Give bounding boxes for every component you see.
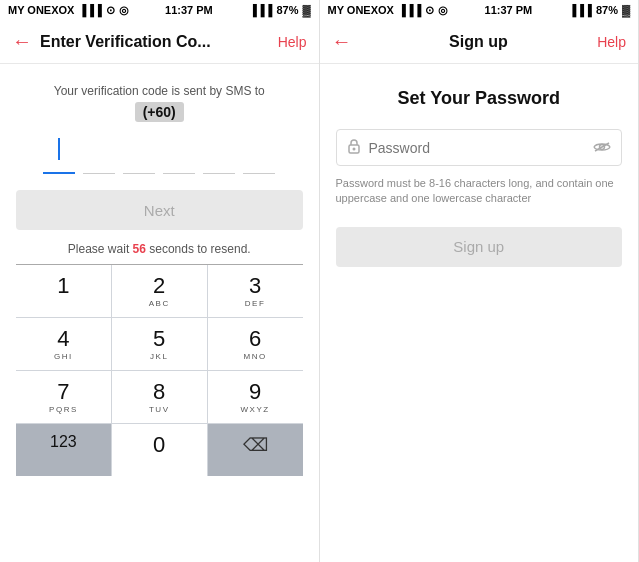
status-left-right: MY ONEXOX ▐▐▐ ⊙ ◎ xyxy=(328,4,449,17)
num-sub-8: TUV xyxy=(149,405,170,415)
num-key-6[interactable]: 6 MNO xyxy=(208,318,303,370)
signal2-icon-right: ▐▐▐ xyxy=(569,4,592,16)
num-sub-5: JKL xyxy=(150,352,168,362)
battery-right: 87% xyxy=(596,4,618,16)
nav-title-right: Sign up xyxy=(360,33,598,51)
num-sub-9: WXYZ xyxy=(241,405,270,415)
nav-bar-left: ← Enter Verification Co... Help xyxy=(0,20,319,64)
numpad: 1 2 ABC 3 DEF 4 GHI 5 JKL 6 MNO xyxy=(16,264,303,476)
cursor xyxy=(58,138,60,160)
nav-bar-right: ← Sign up Help xyxy=(320,20,639,64)
num-main-8: 8 xyxy=(153,381,165,403)
num-sub-2: ABC xyxy=(149,299,170,309)
status-right-right: ▐▐▐ 87% ▓ xyxy=(569,4,630,16)
verify-content: Your verification code is sent by SMS to… xyxy=(0,64,319,562)
num-main-2: 2 xyxy=(153,275,165,297)
code-input-row xyxy=(16,138,303,174)
gps-icon-right: ◎ xyxy=(438,4,448,17)
code-box-5[interactable] xyxy=(203,138,235,174)
code-box-6[interactable] xyxy=(243,138,275,174)
set-password-title: Set Your Password xyxy=(398,88,560,109)
signup-panel: MY ONEXOX ▐▐▐ ⊙ ◎ 11:37 PM ▐▐▐ 87% ▓ ← S… xyxy=(320,0,640,562)
num-main-6: 6 xyxy=(249,328,261,350)
password-field[interactable] xyxy=(336,129,623,166)
num-main-4: 4 xyxy=(57,328,69,350)
num-sub-3: DEF xyxy=(245,299,266,309)
battery-left: 87% xyxy=(276,4,298,16)
resend-count: 56 xyxy=(133,242,146,256)
num-key-3[interactable]: 3 DEF xyxy=(208,265,303,317)
code-box-4[interactable] xyxy=(163,138,195,174)
status-bar-left: MY ONEXOX ▐▐▐ ⊙ ◎ 11:37 PM ▐▐▐ 87% ▓ xyxy=(0,0,319,20)
backspace-button[interactable]: ⌫ xyxy=(208,424,303,476)
wifi-icon: ⊙ xyxy=(106,4,115,17)
resend-text: Please wait 56 seconds to resend. xyxy=(68,242,251,256)
carrier-right: MY ONEXOX xyxy=(328,4,394,16)
next-button[interactable]: Next xyxy=(16,190,303,230)
eye-icon[interactable] xyxy=(593,140,611,156)
lock-icon xyxy=(347,138,361,157)
num-key-9[interactable]: 9 WXYZ xyxy=(208,371,303,423)
battery-icon-right: ▓ xyxy=(622,4,630,16)
status-bar-right: MY ONEXOX ▐▐▐ ⊙ ◎ 11:37 PM ▐▐▐ 87% ▓ xyxy=(320,0,639,20)
status-right-left: ▐▐▐ 87% ▓ xyxy=(249,4,310,16)
password-hint: Password must be 8-16 characters long, a… xyxy=(336,176,623,207)
status-left: MY ONEXOX ▐▐▐ ⊙ ◎ xyxy=(8,4,129,17)
sms-instruction: Your verification code is sent by SMS to xyxy=(54,84,265,98)
num-main-7: 7 xyxy=(57,381,69,403)
num-key-5[interactable]: 5 JKL xyxy=(112,318,207,370)
time-right: 11:37 PM xyxy=(485,4,533,16)
verification-panel: MY ONEXOX ▐▐▐ ⊙ ◎ 11:37 PM ▐▐▐ 87% ▓ ← E… xyxy=(0,0,320,562)
signal2-icon: ▐▐▐ xyxy=(249,4,272,16)
time-left: 11:37 PM xyxy=(165,4,213,16)
num-key-2[interactable]: 2 ABC xyxy=(112,265,207,317)
num-key-8[interactable]: 8 TUV xyxy=(112,371,207,423)
num-main-9: 9 xyxy=(249,381,261,403)
code-box-3[interactable] xyxy=(123,138,155,174)
battery-icon-left: ▓ xyxy=(302,4,310,16)
help-button-right[interactable]: Help xyxy=(597,34,626,50)
resend-suffix: seconds to resend. xyxy=(146,242,251,256)
wifi-icon-right: ⊙ xyxy=(425,4,434,17)
num-main-123: 123 xyxy=(50,434,77,450)
svg-point-1 xyxy=(352,148,355,151)
nav-title-left: Enter Verification Co... xyxy=(40,33,278,51)
gps-icon: ◎ xyxy=(119,4,129,17)
num-sub-6: MNO xyxy=(243,352,266,362)
num-key-1[interactable]: 1 xyxy=(16,265,111,317)
code-box-2[interactable] xyxy=(83,138,115,174)
num-main-5: 5 xyxy=(153,328,165,350)
num-sub-7: PQRS xyxy=(49,405,78,415)
back-button-right[interactable]: ← xyxy=(332,30,352,53)
signup-button[interactable]: Sign up xyxy=(336,227,623,267)
num-key-123[interactable]: 123 xyxy=(16,424,111,476)
password-input[interactable] xyxy=(369,140,594,156)
code-box-1[interactable] xyxy=(43,138,75,174)
num-main-0: 0 xyxy=(153,434,165,456)
help-button-left[interactable]: Help xyxy=(278,34,307,50)
signal-icon: ▐▐▐ xyxy=(78,4,101,16)
phone-number: (+60) xyxy=(135,102,184,122)
num-key-0[interactable]: 0 xyxy=(112,424,207,476)
num-key-7[interactable]: 7 PQRS xyxy=(16,371,111,423)
signal-icon-right: ▐▐▐ xyxy=(398,4,421,16)
back-button-left[interactable]: ← xyxy=(12,30,32,53)
backspace-icon: ⌫ xyxy=(243,434,268,456)
num-key-4[interactable]: 4 GHI xyxy=(16,318,111,370)
signup-content: Set Your Password Password xyxy=(320,64,639,562)
num-main-3: 3 xyxy=(249,275,261,297)
carrier-left: MY ONEXOX xyxy=(8,4,74,16)
resend-prefix: Please wait xyxy=(68,242,133,256)
num-sub-4: GHI xyxy=(54,352,73,362)
num-main-1: 1 xyxy=(57,275,69,297)
